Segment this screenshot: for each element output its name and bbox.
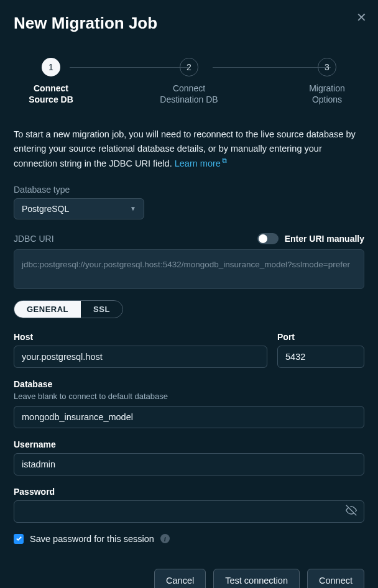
port-input[interactable] (277, 346, 364, 368)
step-3[interactable]: 3 Migration Options (290, 58, 364, 105)
host-label: Host (14, 332, 267, 342)
database-sublabel: Leave blank to connect to default databa… (14, 392, 364, 401)
database-input[interactable] (14, 406, 364, 428)
port-label: Port (277, 332, 364, 342)
close-icon[interactable]: ✕ (356, 11, 367, 24)
dialog-title: New Migration Job (14, 14, 364, 33)
password-input[interactable] (14, 500, 364, 523)
uri-manual-toggle[interactable] (257, 233, 279, 244)
step-label: Migration Options (309, 83, 345, 105)
step-circle: 1 (42, 58, 60, 76)
cancel-button[interactable]: Cancel (154, 569, 206, 588)
step-1[interactable]: 1 Connect Source DB (14, 58, 88, 105)
username-label: Username (14, 439, 364, 449)
info-icon[interactable]: i (160, 534, 170, 543)
db-type-label: Database type (14, 185, 364, 195)
database-label: Database (14, 379, 364, 389)
db-type-select[interactable]: PostgreSQL ▼ (14, 198, 144, 219)
save-password-label: Save password for this session (30, 534, 154, 544)
uri-manual-label: Enter URI manually (285, 234, 364, 244)
external-link-icon: ⧉ (222, 157, 227, 164)
step-label: Connect Source DB (29, 83, 73, 105)
jdbc-label: JDBC URI (14, 234, 54, 244)
learn-more-link[interactable]: Learn more⧉ (175, 158, 227, 168)
save-password-checkbox[interactable] (14, 534, 24, 544)
db-type-value: PostgreSQL (22, 204, 69, 214)
connect-button[interactable]: Connect (307, 569, 364, 588)
step-label: Connect Destination DB (160, 83, 218, 105)
username-input[interactable] (14, 453, 364, 475)
step-2[interactable]: 2 Connect Destination DB (152, 58, 226, 105)
jdbc-uri-display: jdbc:postgresql://your.postgresql.host:5… (14, 249, 364, 289)
tab-general[interactable]: GENERAL (14, 301, 81, 318)
connection-tabs: GENERAL SSL (14, 300, 123, 318)
eye-off-icon[interactable] (346, 505, 357, 518)
password-label: Password (14, 487, 364, 497)
step-circle: 3 (318, 58, 336, 76)
tab-ssl[interactable]: SSL (81, 301, 122, 318)
test-connection-button[interactable]: Test connection (213, 569, 300, 588)
intro-text: To start a new migration job, you will n… (14, 127, 364, 170)
step-circle: 2 (180, 58, 198, 76)
stepper: 1 Connect Source DB 2 Connect Destinatio… (14, 58, 364, 105)
toggle-knob (259, 234, 267, 243)
host-input[interactable] (14, 346, 267, 368)
chevron-down-icon: ▼ (130, 205, 136, 212)
